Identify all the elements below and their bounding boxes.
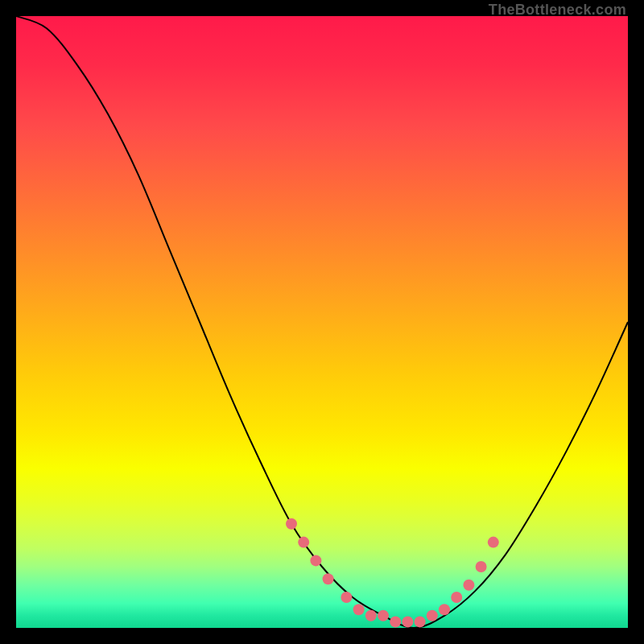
data-marker xyxy=(353,604,365,615)
data-marker xyxy=(488,537,499,548)
watermark-text: TheBottleneck.com xyxy=(489,2,626,19)
data-marker xyxy=(341,592,352,603)
data-marker xyxy=(415,616,426,627)
data-marker xyxy=(463,580,474,591)
data-marker xyxy=(476,561,487,572)
chart-svg xyxy=(16,16,628,628)
data-markers xyxy=(286,518,499,628)
data-marker xyxy=(286,518,297,530)
data-marker xyxy=(298,537,309,548)
data-marker xyxy=(402,616,413,627)
data-marker xyxy=(365,610,377,621)
data-marker xyxy=(451,592,462,603)
data-marker xyxy=(323,573,334,584)
bottleneck-curve xyxy=(16,16,628,628)
data-marker xyxy=(439,604,450,615)
data-marker xyxy=(378,610,389,621)
data-marker xyxy=(427,610,438,621)
data-marker xyxy=(390,616,401,627)
data-marker xyxy=(310,555,321,566)
